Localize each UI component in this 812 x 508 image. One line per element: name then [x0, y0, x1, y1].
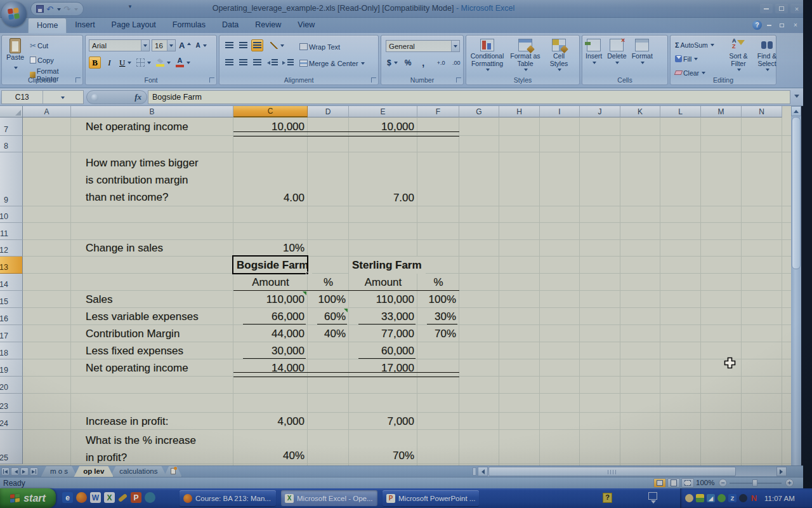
- cell-F15[interactable]: 100%: [417, 291, 459, 308]
- underline-button[interactable]: U: [118, 57, 133, 69]
- cell-B18[interactable]: Less fixed expenses: [71, 342, 233, 359]
- italic-button[interactable]: I: [103, 57, 115, 69]
- tray-icon-5[interactable]: Z: [728, 494, 737, 502]
- row-header-25[interactable]: 25: [0, 430, 23, 464]
- tab-review[interactable]: Review: [247, 18, 289, 33]
- cell-E14[interactable]: Amount: [349, 274, 417, 291]
- row-header-16[interactable]: 16: [0, 308, 23, 325]
- row-header-24[interactable]: 24: [0, 413, 23, 430]
- globe-icon[interactable]: [145, 492, 155, 503]
- grow-font-button[interactable]: A: [178, 39, 192, 51]
- prev-sheet-icon[interactable]: [11, 467, 19, 476]
- format-as-table-button[interactable]: Format as Table: [509, 37, 541, 72]
- row-header-11[interactable]: 11: [0, 223, 23, 240]
- column-header-J[interactable]: J: [580, 106, 620, 117]
- notification-icon[interactable]: ?: [603, 493, 612, 503]
- conditional-formatting-button[interactable]: Conditional Formatting: [469, 37, 506, 72]
- workbook-minimize-button[interactable]: [764, 21, 774, 29]
- last-sheet-icon[interactable]: [30, 467, 38, 476]
- cell-E13[interactable]: Sterling Farm: [349, 257, 426, 274]
- name-box[interactable]: C13: [1, 90, 84, 104]
- cell-F19[interactable]: [417, 359, 459, 377]
- word-icon[interactable]: W: [90, 492, 101, 503]
- fill-color-button[interactable]: [155, 57, 172, 69]
- workbook-close-button[interactable]: ×: [790, 21, 801, 29]
- cell-E16[interactable]: 33,000: [349, 308, 417, 325]
- cell-B24[interactable]: Increase in profit:: [71, 413, 233, 430]
- cell-C17[interactable]: 44,000: [233, 325, 308, 342]
- taskbar-button-powerpoint[interactable]: PMicrosoft PowerPoint ...: [383, 490, 479, 506]
- tray-collapse-icon[interactable]: [651, 500, 656, 506]
- cell-E15[interactable]: 110,000: [349, 291, 417, 308]
- paste-button[interactable]: Paste: [4, 38, 26, 72]
- cell-D17[interactable]: 40%: [308, 325, 349, 342]
- cell-C18[interactable]: 30,000: [233, 342, 308, 359]
- taskbar-button-firefox[interactable]: Course: BA 213: Man...: [180, 490, 276, 506]
- workbook-restore-button[interactable]: [776, 21, 787, 29]
- column-header-A[interactable]: A: [23, 106, 71, 117]
- cell-C9[interactable]: 4.00: [233, 152, 308, 206]
- tray-icon-6[interactable]: [739, 494, 747, 502]
- firefox-icon[interactable]: [76, 492, 87, 503]
- next-sheet-icon[interactable]: [20, 467, 29, 476]
- cell-styles-button[interactable]: Cell Styles: [545, 37, 573, 72]
- tray-icon-3[interactable]: ◢: [707, 494, 715, 502]
- cell-B19[interactable]: Net operating income: [71, 359, 233, 377]
- increase-decimal-button[interactable]: +.0: [435, 57, 447, 69]
- top-align-button[interactable]: [223, 39, 235, 51]
- help-icon[interactable]: ?: [752, 20, 762, 30]
- row-header-12[interactable]: 12: [0, 240, 23, 257]
- font-dialog-launcher-icon[interactable]: [209, 77, 214, 83]
- row-header-17[interactable]: 17: [0, 325, 23, 342]
- align-right-button[interactable]: [251, 57, 263, 69]
- cell-D7[interactable]: [308, 117, 349, 136]
- clipboard-dialog-launcher-icon[interactable]: [75, 77, 81, 83]
- cell-E18[interactable]: 60,000: [349, 342, 417, 359]
- decrease-decimal-button[interactable]: .00: [450, 57, 462, 69]
- name-box-dropdown-icon[interactable]: [43, 91, 84, 104]
- cell-C24[interactable]: 4,000: [233, 413, 308, 430]
- column-header-N[interactable]: N: [742, 106, 782, 117]
- zoom-in-icon[interactable]: +: [785, 479, 794, 487]
- close-button[interactable]: ×: [790, 4, 803, 13]
- borders-button[interactable]: [135, 57, 152, 69]
- row-header-14[interactable]: 14: [0, 274, 23, 291]
- scroll-up-icon[interactable]: [791, 106, 801, 116]
- tray-icon-n[interactable]: N: [750, 494, 758, 502]
- cell-C16[interactable]: 66,000: [233, 308, 308, 325]
- middle-align-button[interactable]: [237, 39, 249, 51]
- cell-C7[interactable]: 10,000: [233, 117, 308, 136]
- row-header-9[interactable]: 9: [0, 152, 23, 206]
- column-header-K[interactable]: K: [620, 106, 660, 117]
- start-button[interactable]: start: [0, 488, 56, 508]
- shrink-font-button[interactable]: A: [194, 39, 207, 51]
- cell-E24[interactable]: 7,000: [349, 413, 417, 430]
- tray-icon-1[interactable]: [685, 494, 693, 502]
- increase-indent-button[interactable]: [281, 57, 295, 69]
- font-family-select[interactable]: Arial: [89, 39, 150, 51]
- insert-function-icon[interactable]: fx: [134, 92, 141, 102]
- row-header-18[interactable]: 18: [0, 342, 23, 359]
- cell-D14[interactable]: %: [308, 274, 349, 291]
- formula-bar-expand-icon[interactable]: [792, 90, 801, 104]
- column-header-B[interactable]: B: [71, 106, 233, 117]
- formula-input[interactable]: Bogside Farm: [148, 90, 790, 104]
- cell-D16[interactable]: 60%: [308, 308, 349, 325]
- cell-D15[interactable]: 100%: [308, 291, 349, 308]
- cell-C12[interactable]: 10%: [233, 240, 308, 257]
- cell-B17[interactable]: Contribution Margin: [71, 325, 233, 342]
- column-header-C[interactable]: C: [233, 106, 308, 117]
- cell-B25[interactable]: What is the % increase in profit?: [71, 430, 203, 464]
- fill-handle[interactable]: [306, 272, 309, 275]
- window-tray-icon[interactable]: [648, 492, 657, 500]
- fill-button[interactable]: Fill: [674, 53, 716, 65]
- number-format-select[interactable]: General: [386, 40, 460, 52]
- comma-button[interactable]: ,: [417, 57, 429, 69]
- autosum-button[interactable]: Σ AutoSum: [674, 39, 716, 51]
- tray-icon-2[interactable]: [696, 494, 704, 502]
- format-cells-button[interactable]: Format: [632, 37, 653, 65]
- office-button[interactable]: [1, 1, 27, 27]
- tab-view[interactable]: View: [289, 18, 323, 33]
- currency-button[interactable]: $: [386, 57, 399, 69]
- cell-D19[interactable]: [308, 359, 349, 377]
